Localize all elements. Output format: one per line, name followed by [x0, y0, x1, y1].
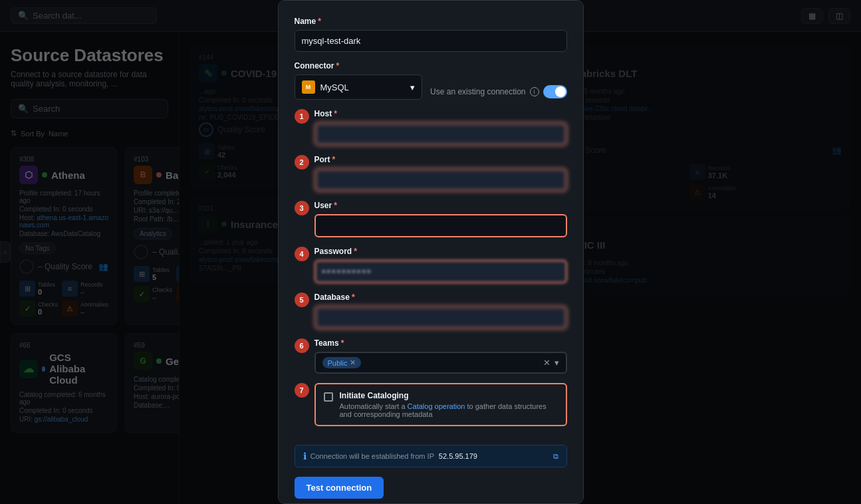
connector-label: Connector * [295, 61, 423, 70]
password-field: Password * [314, 247, 567, 283]
initiate-cataloging-desc: Automatically start a Catalog operation … [340, 402, 558, 418]
copy-icon[interactable]: ⧉ [553, 452, 558, 461]
required-star: * [352, 293, 355, 302]
test-connection-button[interactable]: Test connection [295, 477, 384, 499]
port-field: Port * [314, 155, 567, 191]
connector-value: MySQL [320, 82, 349, 92]
database-field: Database * [314, 293, 567, 329]
clear-teams-icon[interactable]: ✕ [543, 358, 551, 368]
toggle-knob [555, 86, 566, 97]
connection-info-bar: ℹ Connection will be established from IP… [295, 445, 567, 467]
create-datastore-modal: Name * Connector * M MySQL ▾ [278, 0, 584, 504]
port-field-row: 2 Port * [295, 155, 567, 191]
teams-field: Teams * Public ✕ ✕ ▾ [314, 338, 567, 374]
required-star: * [334, 201, 337, 210]
password-input[interactable] [314, 260, 567, 283]
step-badge-2: 2 [295, 155, 309, 170]
user-field: User * [314, 201, 567, 237]
mysql-icon: M [302, 80, 315, 94]
teams-field-row: 6 Teams * Public ✕ ✕ ▾ [295, 338, 567, 374]
connector-row: Connector * M MySQL ▾ Use an existing co… [295, 61, 567, 100]
connector-select[interactable]: M MySQL ▾ [295, 74, 423, 100]
user-input[interactable] [314, 214, 567, 237]
teams-tag-remove[interactable]: ✕ [350, 358, 356, 367]
port-label: Port * [314, 155, 567, 164]
password-field-row: 4 Password * [295, 247, 567, 283]
database-input[interactable] [314, 306, 567, 329]
connection-ip: 52.5.95.179 [439, 452, 477, 460]
connection-info-text: Connection will be established from IP 5… [310, 452, 477, 460]
name-input[interactable] [295, 30, 567, 52]
chevron-down-icon: ▾ [410, 82, 415, 92]
database-label: Database * [314, 293, 567, 302]
host-field-row: 1 Host * [295, 109, 567, 146]
required-star: * [334, 109, 337, 118]
user-field-row: 3 User * [295, 201, 567, 237]
user-label: User * [314, 201, 567, 210]
required-star: * [332, 155, 336, 164]
host-field: Host * [314, 109, 567, 146]
use-existing-label: Use an existing connection [430, 87, 525, 96]
teams-tag-public: Public ✕ [322, 357, 362, 368]
modal-overlay: Name * Connector * M MySQL ▾ [0, 0, 861, 504]
existing-connection-toggle[interactable] [543, 85, 567, 98]
connector-field: Connector * M MySQL ▾ [295, 61, 423, 100]
host-input[interactable] [314, 122, 567, 146]
initiate-cataloging-title: Initiate Cataloging [340, 391, 558, 400]
password-label: Password * [314, 247, 567, 256]
info-icon: i [530, 87, 539, 96]
host-label: Host * [314, 109, 567, 118]
step-badge-6: 6 [295, 338, 309, 353]
required-star: * [341, 338, 344, 348]
port-input[interactable] [314, 168, 567, 191]
initiate-cataloging-box: Initiate Cataloging Automatically start … [314, 383, 567, 426]
step-badge-5: 5 [295, 293, 309, 307]
required-star: * [336, 61, 340, 70]
step-badge-3: 3 [295, 201, 309, 215]
chevron-down-icon: ▾ [554, 358, 559, 368]
name-field: Name * [295, 17, 567, 52]
step-badge-1: 1 [295, 109, 309, 124]
step-badge-4: 4 [295, 247, 309, 261]
teams-input[interactable]: Public ✕ ✕ ▾ [314, 352, 567, 374]
step-badge-7: 7 [295, 383, 309, 398]
teams-label: Teams * [314, 338, 567, 348]
required-star: * [318, 17, 321, 26]
name-label: Name * [295, 17, 567, 26]
info-circle-icon: ℹ [303, 451, 307, 461]
database-field-row: 5 Database * [295, 293, 567, 329]
use-existing-connection: Use an existing connection i [430, 85, 566, 100]
initiate-cataloging-checkbox[interactable] [324, 392, 333, 402]
initiate-cataloging-row: 7 Initiate Cataloging Automatically star… [295, 383, 567, 436]
required-star: * [354, 247, 357, 256]
